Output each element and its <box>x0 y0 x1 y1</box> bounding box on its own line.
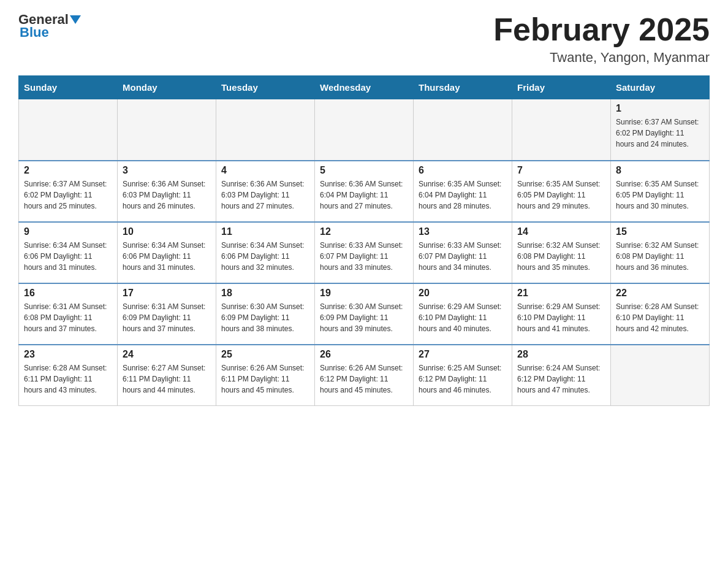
day-number: 3 <box>123 165 211 176</box>
day-cell: 2Sunrise: 6:37 AM Sunset: 6:02 PM Daylig… <box>19 161 118 222</box>
day-info: Sunrise: 6:35 AM Sunset: 6:04 PM Dayligh… <box>419 178 507 212</box>
calendar-subtitle: Twante, Yangon, Myanmar <box>493 50 710 66</box>
title-area: February 2025 Twante, Yangon, Myanmar <box>493 12 710 66</box>
col-wednesday: Wednesday <box>315 76 414 99</box>
day-cell: 4Sunrise: 6:36 AM Sunset: 6:03 PM Daylig… <box>216 161 315 222</box>
day-number: 12 <box>320 226 408 237</box>
day-info: Sunrise: 6:24 AM Sunset: 6:12 PM Dayligh… <box>517 362 605 396</box>
day-cell: 5Sunrise: 6:36 AM Sunset: 6:04 PM Daylig… <box>315 161 414 222</box>
day-info: Sunrise: 6:35 AM Sunset: 6:05 PM Dayligh… <box>616 178 704 212</box>
day-cell: 8Sunrise: 6:35 AM Sunset: 6:05 PM Daylig… <box>611 161 710 222</box>
day-number: 9 <box>24 226 112 237</box>
day-cell: 27Sunrise: 6:25 AM Sunset: 6:12 PM Dayli… <box>414 345 512 406</box>
week-row-1: 2Sunrise: 6:37 AM Sunset: 6:02 PM Daylig… <box>19 161 710 222</box>
day-info: Sunrise: 6:32 AM Sunset: 6:08 PM Dayligh… <box>517 240 605 273</box>
day-info: Sunrise: 6:31 AM Sunset: 6:08 PM Dayligh… <box>24 301 112 334</box>
week-row-0: 1Sunrise: 6:37 AM Sunset: 6:02 PM Daylig… <box>19 99 710 161</box>
svg-marker-0 <box>70 15 81 24</box>
day-number: 5 <box>320 165 408 176</box>
day-cell: 25Sunrise: 6:26 AM Sunset: 6:11 PM Dayli… <box>216 345 315 406</box>
day-cell: 19Sunrise: 6:30 AM Sunset: 6:09 PM Dayli… <box>315 283 414 345</box>
day-info: Sunrise: 6:29 AM Sunset: 6:10 PM Dayligh… <box>419 301 507 334</box>
day-info: Sunrise: 6:35 AM Sunset: 6:05 PM Dayligh… <box>517 178 605 212</box>
day-number: 22 <box>616 288 704 299</box>
day-number: 14 <box>517 226 605 237</box>
day-number: 15 <box>616 226 704 237</box>
day-number: 17 <box>123 288 211 299</box>
day-cell: 20Sunrise: 6:29 AM Sunset: 6:10 PM Dayli… <box>414 283 512 345</box>
day-cell <box>414 99 512 161</box>
day-cell: 22Sunrise: 6:28 AM Sunset: 6:10 PM Dayli… <box>611 283 710 345</box>
day-cell: 24Sunrise: 6:27 AM Sunset: 6:11 PM Dayli… <box>118 345 216 406</box>
day-cell: 7Sunrise: 6:35 AM Sunset: 6:05 PM Daylig… <box>512 161 611 222</box>
day-cell: 23Sunrise: 6:28 AM Sunset: 6:11 PM Dayli… <box>19 345 118 406</box>
day-number: 24 <box>123 349 211 360</box>
day-info: Sunrise: 6:34 AM Sunset: 6:06 PM Dayligh… <box>221 240 309 273</box>
calendar-table: Sunday Monday Tuesday Wednesday Thursday… <box>18 75 710 406</box>
day-number: 2 <box>24 165 112 176</box>
day-info: Sunrise: 6:37 AM Sunset: 6:02 PM Dayligh… <box>24 178 112 212</box>
day-info: Sunrise: 6:34 AM Sunset: 6:06 PM Dayligh… <box>24 240 112 273</box>
day-number: 20 <box>419 288 507 299</box>
day-cell <box>512 99 611 161</box>
day-cell: 11Sunrise: 6:34 AM Sunset: 6:06 PM Dayli… <box>216 222 315 283</box>
day-cell: 16Sunrise: 6:31 AM Sunset: 6:08 PM Dayli… <box>19 283 118 345</box>
day-info: Sunrise: 6:30 AM Sunset: 6:09 PM Dayligh… <box>320 301 408 334</box>
day-info: Sunrise: 6:29 AM Sunset: 6:10 PM Dayligh… <box>517 301 605 334</box>
day-number: 18 <box>221 288 309 299</box>
day-info: Sunrise: 6:26 AM Sunset: 6:12 PM Dayligh… <box>320 362 408 396</box>
header-row: Sunday Monday Tuesday Wednesday Thursday… <box>19 76 710 99</box>
day-number: 13 <box>419 226 507 237</box>
day-info: Sunrise: 6:25 AM Sunset: 6:12 PM Dayligh… <box>419 362 507 396</box>
day-cell <box>118 99 216 161</box>
day-number: 11 <box>221 226 309 237</box>
day-cell: 28Sunrise: 6:24 AM Sunset: 6:12 PM Dayli… <box>512 345 611 406</box>
day-cell: 6Sunrise: 6:35 AM Sunset: 6:04 PM Daylig… <box>414 161 512 222</box>
day-number: 6 <box>419 165 507 176</box>
day-info: Sunrise: 6:26 AM Sunset: 6:11 PM Dayligh… <box>221 362 309 396</box>
day-number: 19 <box>320 288 408 299</box>
day-info: Sunrise: 6:37 AM Sunset: 6:02 PM Dayligh… <box>616 117 704 150</box>
calendar-header: Sunday Monday Tuesday Wednesday Thursday… <box>19 76 710 99</box>
day-info: Sunrise: 6:32 AM Sunset: 6:08 PM Dayligh… <box>616 240 704 273</box>
col-friday: Friday <box>512 76 611 99</box>
day-info: Sunrise: 6:28 AM Sunset: 6:10 PM Dayligh… <box>616 301 704 334</box>
day-number: 8 <box>616 165 704 176</box>
day-cell: 21Sunrise: 6:29 AM Sunset: 6:10 PM Dayli… <box>512 283 611 345</box>
day-cell <box>315 99 414 161</box>
day-info: Sunrise: 6:33 AM Sunset: 6:07 PM Dayligh… <box>419 240 507 273</box>
day-cell: 3Sunrise: 6:36 AM Sunset: 6:03 PM Daylig… <box>118 161 216 222</box>
day-cell: 13Sunrise: 6:33 AM Sunset: 6:07 PM Dayli… <box>414 222 512 283</box>
day-cell: 12Sunrise: 6:33 AM Sunset: 6:07 PM Dayli… <box>315 222 414 283</box>
day-cell: 14Sunrise: 6:32 AM Sunset: 6:08 PM Dayli… <box>512 222 611 283</box>
day-info: Sunrise: 6:33 AM Sunset: 6:07 PM Dayligh… <box>320 240 408 273</box>
day-cell: 9Sunrise: 6:34 AM Sunset: 6:06 PM Daylig… <box>19 222 118 283</box>
day-cell: 26Sunrise: 6:26 AM Sunset: 6:12 PM Dayli… <box>315 345 414 406</box>
day-number: 10 <box>123 226 211 237</box>
day-cell: 15Sunrise: 6:32 AM Sunset: 6:08 PM Dayli… <box>611 222 710 283</box>
day-number: 25 <box>221 349 309 360</box>
day-info: Sunrise: 6:36 AM Sunset: 6:04 PM Dayligh… <box>320 178 408 212</box>
col-thursday: Thursday <box>414 76 512 99</box>
day-info: Sunrise: 6:27 AM Sunset: 6:11 PM Dayligh… <box>123 362 211 396</box>
day-number: 7 <box>517 165 605 176</box>
col-monday: Monday <box>118 76 216 99</box>
day-info: Sunrise: 6:30 AM Sunset: 6:09 PM Dayligh… <box>221 301 309 334</box>
day-info: Sunrise: 6:36 AM Sunset: 6:03 PM Dayligh… <box>221 178 309 212</box>
day-cell: 10Sunrise: 6:34 AM Sunset: 6:06 PM Dayli… <box>118 222 216 283</box>
day-cell: 1Sunrise: 6:37 AM Sunset: 6:02 PM Daylig… <box>611 99 710 161</box>
day-info: Sunrise: 6:36 AM Sunset: 6:03 PM Dayligh… <box>123 178 211 212</box>
calendar-body: 1Sunrise: 6:37 AM Sunset: 6:02 PM Daylig… <box>19 99 710 406</box>
col-sunday: Sunday <box>19 76 118 99</box>
page-header: General Blue February 2025 Twante, Yango… <box>18 12 710 66</box>
day-info: Sunrise: 6:28 AM Sunset: 6:11 PM Dayligh… <box>24 362 112 396</box>
day-cell: 18Sunrise: 6:30 AM Sunset: 6:09 PM Dayli… <box>216 283 315 345</box>
logo-container: General Blue <box>18 12 81 40</box>
week-row-2: 9Sunrise: 6:34 AM Sunset: 6:06 PM Daylig… <box>19 222 710 283</box>
day-cell <box>216 99 315 161</box>
col-tuesday: Tuesday <box>216 76 315 99</box>
col-saturday: Saturday <box>611 76 710 99</box>
day-info: Sunrise: 6:34 AM Sunset: 6:06 PM Dayligh… <box>123 240 211 273</box>
logo-area: General Blue <box>18 12 81 40</box>
day-number: 27 <box>419 349 507 360</box>
